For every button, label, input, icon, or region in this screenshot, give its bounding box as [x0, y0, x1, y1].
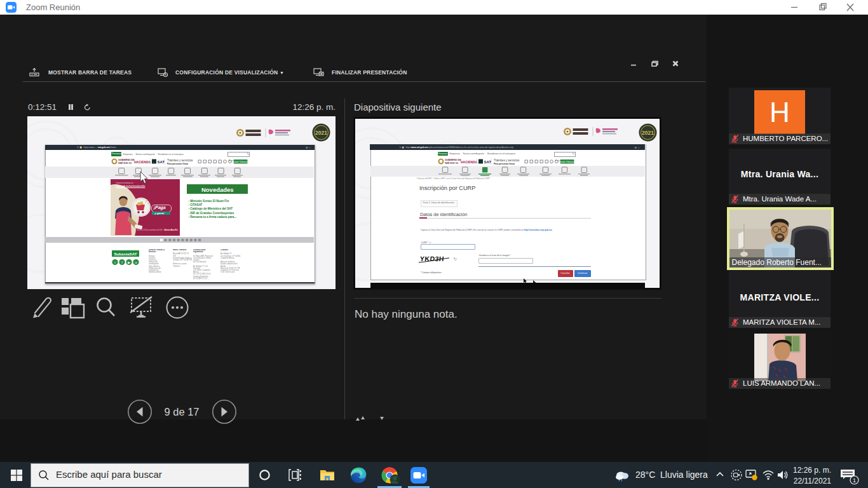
svg-text:Para personas física: Para personas física — [167, 163, 188, 165]
svg-text:HACIENDA: HACIENDA — [134, 160, 151, 164]
svg-text:Buzón Tributario: Buzón Tributario — [233, 161, 248, 163]
svg-text:o: o — [135, 261, 137, 264]
svg-text:MÉXICO: MÉXICO — [118, 161, 132, 165]
svg-text:Buzón Tributario: Buzón Tributario — [559, 160, 574, 163]
svg-text:Trámites y servicios: Trámites y servicios — [494, 159, 520, 162]
svg-text:SAT: SAT — [158, 160, 165, 164]
svg-text:Trámites y servicios: Trámites y servicios — [167, 159, 193, 162]
svg-text:MÉXICO: MÉXICO — [445, 161, 458, 165]
svg-text:2021: 2021 — [315, 130, 327, 136]
svg-text:SAT: SAT — [484, 159, 491, 163]
svg-text:Para personas física: Para personas física — [494, 163, 515, 165]
svg-text:1: 1 — [853, 477, 856, 484]
svg-text:2021: 2021 — [642, 130, 654, 136]
svg-text:HACIENDA: HACIENDA — [461, 159, 478, 163]
